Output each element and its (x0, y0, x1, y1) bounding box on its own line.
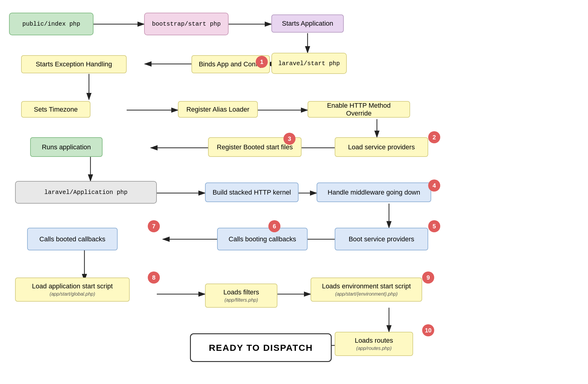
badge-6: 6 (268, 220, 280, 232)
badge-10: 10 (422, 324, 434, 336)
loads-routes-node: Loads routes (app/routes.php) (335, 332, 413, 356)
build-stacked-node: Build stacked HTTP kernel (205, 182, 299, 202)
ready-to-dispatch-node: READY TO DISPATCH (190, 333, 332, 362)
badge-4: 4 (428, 179, 440, 192)
runs-application-node: Runs application (30, 137, 103, 157)
load-service-node: Load service providers (335, 137, 428, 157)
badge-2: 2 (428, 131, 440, 143)
sets-timezone-node: Sets Timezone (21, 101, 90, 118)
diagram: public/index php bootstrap/start php Sta… (0, 0, 588, 384)
calls-booting-node: Calls booting callbacks (217, 228, 308, 250)
public-index-node: public/index php (9, 13, 93, 35)
enable-http-node: Enable HTTP Method Override (308, 101, 410, 118)
bootstrap-start-node: bootstrap/start php (144, 13, 229, 35)
register-alias-node: Register Alias Loader (178, 101, 258, 118)
calls-booted-node: Calls booted callbacks (27, 228, 118, 250)
starts-exception-node: Starts Exception Handling (21, 55, 127, 73)
laravel-app-node: laravel/Application php (15, 181, 157, 204)
badge-8: 8 (148, 271, 160, 284)
laravel-start-node: laravel/start php (271, 53, 347, 74)
load-app-start-node: Load application start script (app/start… (15, 278, 130, 302)
badge-1: 1 (256, 56, 268, 68)
boot-service-node: Boot service providers (335, 228, 428, 250)
badge-7: 7 (148, 220, 160, 232)
badge-9: 9 (422, 271, 434, 284)
handle-middleware-node: Handle middleware going down (317, 182, 431, 202)
badge-5: 5 (428, 220, 440, 232)
badge-3: 3 (283, 133, 296, 145)
starts-application-node: Starts Application (271, 14, 344, 33)
loads-env-node: Loads environment start script (app/star… (311, 278, 422, 302)
loads-filters-node: Loads filters (app/filters.php) (205, 284, 277, 308)
